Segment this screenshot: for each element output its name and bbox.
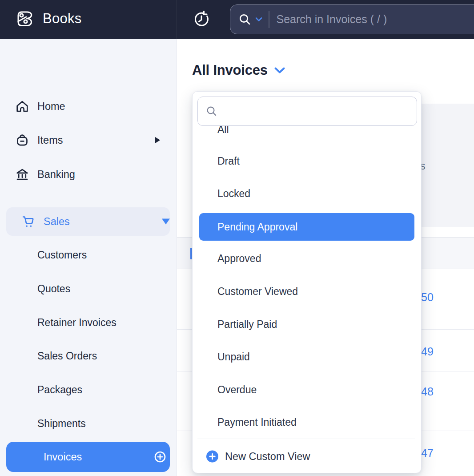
search-scope-selector[interactable] bbox=[230, 12, 269, 27]
plus-circle-icon bbox=[206, 451, 218, 463]
books-logo-icon[interactable] bbox=[14, 8, 35, 29]
navbar-separator bbox=[177, 0, 177, 39]
view-option-locked[interactable]: Locked bbox=[217, 187, 250, 200]
sidebar-item-label: Packages bbox=[37, 384, 82, 396]
selected-view-label: Pending Approval bbox=[217, 221, 297, 233]
view-option-pending-approval-selected[interactable]: Pending Approval bbox=[199, 213, 414, 241]
view-option-payment-initiated[interactable]: Payment Initiated bbox=[217, 416, 297, 428]
app-title: Books bbox=[43, 11, 82, 27]
chevron-down-icon bbox=[274, 67, 285, 74]
page-title: All Invoices bbox=[192, 62, 268, 78]
sidebar-item-customers[interactable]: Customers bbox=[0, 246, 177, 264]
global-search-bar bbox=[230, 4, 474, 34]
sidebar-item-sales-orders[interactable]: Sales Orders bbox=[0, 347, 177, 365]
clock-history-icon bbox=[193, 10, 210, 28]
chevron-down-icon bbox=[255, 17, 262, 22]
view-selector-button[interactable]: All Invoices bbox=[192, 62, 285, 78]
new-custom-view-label: New Custom View bbox=[225, 451, 310, 463]
invoice-number-link[interactable]: 50 bbox=[421, 291, 434, 304]
sidebar-item-home[interactable]: Home bbox=[0, 96, 177, 117]
recent-history-button[interactable] bbox=[192, 10, 211, 28]
sidebar-item-label: Sales bbox=[44, 216, 70, 228]
sidebar-item-label: Customers bbox=[37, 249, 87, 261]
view-search-input[interactable] bbox=[218, 105, 417, 117]
sidebar-item-packages[interactable]: Packages bbox=[0, 381, 177, 399]
sidebar-item-label: Quotes bbox=[37, 283, 70, 295]
invoice-number-link[interactable]: 49 bbox=[421, 345, 434, 358]
sidebar-item-shipments[interactable]: Shipments bbox=[0, 415, 177, 432]
view-option-draft[interactable]: Draft bbox=[217, 155, 240, 167]
invoice-number-link[interactable]: 47 bbox=[421, 447, 434, 460]
sidebar: Home Items Banking bbox=[0, 39, 177, 476]
view-option-overdue[interactable]: Overdue bbox=[217, 383, 257, 396]
bank-icon bbox=[14, 166, 30, 182]
view-option-unpaid[interactable]: Unpaid bbox=[217, 351, 250, 363]
global-search-input[interactable] bbox=[269, 13, 474, 26]
dropdown-divider bbox=[197, 439, 415, 439]
items-bag-icon bbox=[14, 132, 30, 148]
top-navbar: Books bbox=[0, 0, 474, 39]
triangle-down-icon bbox=[162, 219, 170, 225]
sidebar-item-label: Sales Orders bbox=[37, 350, 97, 362]
search-icon bbox=[238, 12, 252, 27]
sidebar-item-items[interactable]: Items bbox=[0, 129, 177, 151]
sidebar-item-label: Shipments bbox=[37, 418, 86, 430]
sidebar-item-quotes[interactable]: Quotes bbox=[0, 280, 177, 298]
sidebar-item-banking[interactable]: Banking bbox=[0, 164, 177, 185]
sidebar-item-label: Banking bbox=[37, 169, 75, 181]
view-option-customer-viewed[interactable]: Customer Viewed bbox=[217, 285, 298, 298]
sidebar-item-label: Items bbox=[37, 134, 63, 146]
view-search-box bbox=[197, 97, 417, 126]
invoice-number-link[interactable]: 48 bbox=[421, 385, 434, 398]
sidebar-item-retainer-invoices[interactable]: Retainer Invoices bbox=[0, 314, 177, 331]
new-custom-view-button[interactable]: New Custom View bbox=[193, 445, 422, 468]
view-option-approved[interactable]: Approved bbox=[217, 252, 261, 265]
sidebar-item-sales[interactable]: Sales bbox=[6, 207, 170, 236]
search-icon bbox=[205, 105, 218, 117]
sidebar-item-label: Invoices bbox=[44, 451, 82, 463]
view-option-partially-paid[interactable]: Partially Paid bbox=[217, 318, 277, 331]
sidebar-item-label: Retainer Invoices bbox=[37, 317, 116, 329]
cart-icon bbox=[20, 214, 36, 230]
add-invoice-button[interactable] bbox=[154, 451, 166, 463]
sidebar-item-label: Home bbox=[37, 101, 65, 113]
triangle-right-icon bbox=[155, 137, 160, 143]
home-icon bbox=[14, 98, 30, 114]
view-dropdown-panel: All Draft Locked Pending Approval Approv… bbox=[192, 91, 422, 473]
sidebar-item-invoices[interactable]: Invoices bbox=[6, 442, 170, 472]
